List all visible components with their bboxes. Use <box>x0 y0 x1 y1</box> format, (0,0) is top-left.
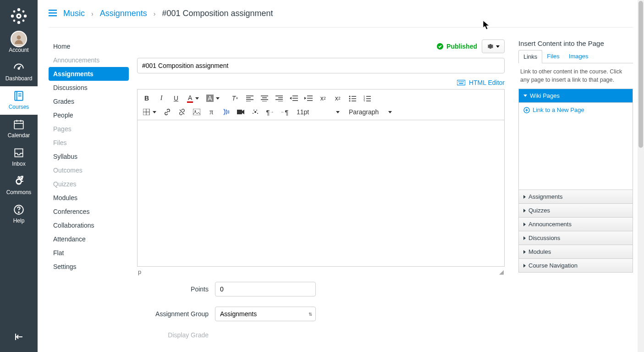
points-label: Points <box>137 285 215 293</box>
course-nav-item[interactable]: Quizzes <box>49 177 129 191</box>
align-left-button[interactable] <box>243 92 256 104</box>
assignment-title-input[interactable] <box>137 58 505 73</box>
plus-circle-icon <box>523 107 530 113</box>
text-color-button[interactable]: A <box>184 92 202 104</box>
nav-courses[interactable]: Courses <box>0 86 38 115</box>
course-nav-item[interactable]: Pages <box>49 122 129 136</box>
number-list-button[interactable]: 123 <box>361 92 374 104</box>
html-editor-toggle[interactable]: HTML Editor <box>457 79 505 86</box>
link-button[interactable] <box>161 106 174 118</box>
canvas-logo[interactable] <box>9 6 28 26</box>
gear-icon <box>487 43 494 50</box>
tab-links[interactable]: Links <box>518 50 542 63</box>
insert-content-sidebar: Insert Content into the Page Links Files… <box>518 28 633 352</box>
tab-files[interactable]: Files <box>542 50 564 63</box>
course-menu-toggle[interactable] <box>49 9 57 18</box>
course-nav-item[interactable]: Conferences <box>49 205 129 218</box>
global-nav: Account Dashboard Courses Calendar Inbox <box>0 0 38 352</box>
unlink-button[interactable] <box>176 106 188 118</box>
align-center-button[interactable] <box>258 92 271 104</box>
media-tool-2[interactable] <box>249 106 262 118</box>
italic-button[interactable]: I <box>155 92 168 104</box>
media-tool-1[interactable] <box>220 106 232 118</box>
underline-button[interactable]: U <box>170 92 182 104</box>
nav-account[interactable]: Account <box>0 29 38 58</box>
table-button[interactable] <box>140 106 159 118</box>
equation-button[interactable]: π <box>205 106 218 118</box>
editor-path[interactable]: p <box>138 268 141 275</box>
breadcrumb-section[interactable]: Assignments <box>100 9 147 18</box>
accordion-announcements[interactable]: Announcements <box>519 218 633 231</box>
nav-calendar[interactable]: Calendar <box>0 115 38 143</box>
course-nav-item[interactable]: Home <box>49 39 129 53</box>
nav-dashboard[interactable]: Dashboard <box>0 58 38 86</box>
caret-right-icon <box>523 264 526 268</box>
svg-point-29 <box>18 212 19 213</box>
chevron-right-icon: › <box>154 10 156 17</box>
block-format-select[interactable]: Paragraph <box>345 106 396 118</box>
svg-rect-38 <box>461 81 462 82</box>
align-right-button[interactable] <box>273 92 286 104</box>
nav-inbox[interactable]: Inbox <box>0 143 38 172</box>
accordion-wiki-pages[interactable]: Wiki Pages <box>519 89 633 103</box>
caret-right-icon <box>523 209 526 212</box>
subscript-button[interactable]: x2 <box>331 92 344 104</box>
ltr-button[interactable]: ¶→ <box>264 106 276 118</box>
course-nav-item[interactable]: Settings <box>49 260 129 274</box>
accordion-modules[interactable]: Modules <box>519 245 633 259</box>
course-nav-item[interactable]: Attendance <box>49 232 129 246</box>
accordion-discussions[interactable]: Discussions <box>519 231 633 245</box>
nav-commons-label: Commons <box>0 189 38 196</box>
bg-color-button[interactable]: A <box>204 92 222 104</box>
nav-collapse-toggle[interactable] <box>0 326 38 352</box>
nav-dashboard-label: Dashboard <box>0 75 38 82</box>
course-nav-item[interactable]: Files <box>49 136 129 150</box>
points-input[interactable] <box>215 282 316 296</box>
indent-button[interactable] <box>302 92 315 104</box>
link-to-new-page[interactable]: Link to a New Page <box>523 106 628 113</box>
superscript-button[interactable]: x2 <box>317 92 330 104</box>
outdent-button[interactable] <box>287 92 300 104</box>
clear-format-button[interactable]: T× <box>229 92 242 104</box>
svg-point-5 <box>22 11 25 13</box>
nav-help-label: Help <box>0 218 38 224</box>
nav-commons[interactable]: Commons <box>0 172 38 200</box>
course-nav-item[interactable]: Assignments <box>49 67 129 81</box>
svg-point-3 <box>24 15 27 17</box>
svg-point-8 <box>17 14 21 18</box>
course-nav-item[interactable]: Syllabus <box>49 150 129 163</box>
accordion-quizzes[interactable]: Quizzes <box>519 204 633 218</box>
calendar-icon <box>0 118 38 130</box>
svg-rect-37 <box>459 81 460 82</box>
nav-help[interactable]: Help <box>0 200 38 229</box>
course-nav-item[interactable]: Discussions <box>49 81 129 95</box>
breadcrumb-course[interactable]: Music <box>63 9 85 18</box>
svg-rect-36 <box>458 81 459 82</box>
course-nav-item[interactable]: Announcements <box>49 53 129 67</box>
course-nav-item[interactable]: Modules <box>49 191 129 205</box>
settings-menu-button[interactable] <box>482 39 505 53</box>
course-nav-item[interactable]: Outcomes <box>49 163 129 177</box>
assignment-group-select[interactable]: Assignments <box>215 307 316 321</box>
font-size-select[interactable]: 11pt <box>293 106 343 118</box>
rtl-button[interactable]: ←¶ <box>278 106 291 118</box>
bullet-list-button[interactable] <box>346 92 359 104</box>
display-grade-label: Display Grade <box>137 331 215 339</box>
record-media-button[interactable] <box>234 106 247 118</box>
rich-text-editor[interactable] <box>137 120 505 267</box>
course-nav-item[interactable]: People <box>49 108 129 122</box>
course-nav-item[interactable]: Grades <box>49 95 129 108</box>
svg-rect-39 <box>462 81 463 82</box>
scrollbar[interactable] <box>638 0 644 352</box>
course-nav-item[interactable]: Flat <box>49 246 129 260</box>
resize-handle[interactable]: ◢ <box>499 268 504 275</box>
image-button[interactable] <box>190 106 203 118</box>
svg-rect-16 <box>14 121 23 129</box>
bold-button[interactable]: B <box>140 92 153 104</box>
course-nav-item[interactable]: Collaborations <box>49 218 129 232</box>
svg-point-66 <box>349 101 350 102</box>
svg-rect-40 <box>463 81 464 82</box>
tab-images[interactable]: Images <box>564 50 593 63</box>
accordion-course-navigation[interactable]: Course Navigation <box>519 259 633 272</box>
accordion-assignments[interactable]: Assignments <box>519 190 633 204</box>
